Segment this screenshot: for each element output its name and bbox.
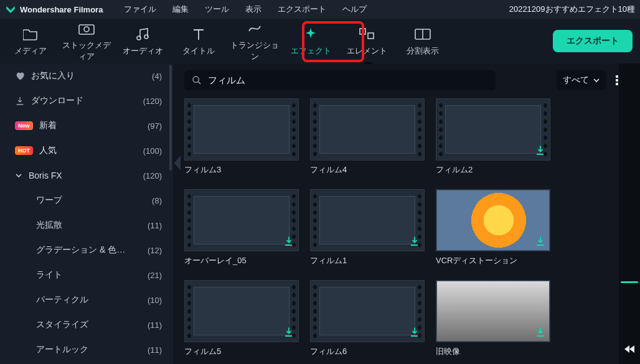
split-icon <box>395 26 451 43</box>
sidebar-collapse-handle[interactable] <box>174 156 181 170</box>
export-button[interactable]: エクスポート <box>553 30 633 52</box>
effect-card[interactable]: フィルム5 <box>184 280 299 360</box>
menu-help[interactable]: ヘルプ <box>342 4 367 15</box>
sidebar: お気に入り (4) ダウンロード (120) New新着 (97) HOT人気 … <box>0 63 173 364</box>
app-name: Wondershare Filmora <box>20 5 103 14</box>
filter-dropdown[interactable]: すべて <box>557 70 606 90</box>
effect-caption: フィルム6 <box>310 346 425 357</box>
effect-caption: フィルム3 <box>184 164 299 175</box>
tab-audio[interactable]: オーディオ <box>115 26 171 57</box>
sidebar-subitem[interactable]: グラデーション & 色合...(12) <box>0 238 173 263</box>
svg-rect-4 <box>360 29 365 34</box>
download-icon[interactable] <box>535 236 546 247</box>
download-icon[interactable] <box>283 236 294 247</box>
project-title: 20221209おすすめエフェクト10種 <box>509 4 635 15</box>
content-panel: すべて フィルム3フィルム4フィルム2オーバーレイ_05フィルム1VCRディスト… <box>173 63 640 364</box>
effect-thumbnail[interactable] <box>184 98 299 161</box>
svg-point-8 <box>193 77 199 82</box>
sidebar-item-borisfx[interactable]: Boris FX (120) <box>0 163 173 188</box>
effect-card[interactable]: フィルム6 <box>310 280 425 360</box>
effect-thumbnail[interactable] <box>184 280 299 342</box>
menu-export[interactable]: エクスポート <box>278 4 326 15</box>
effect-caption: フィルム4 <box>310 164 425 175</box>
sidebar-subitem[interactable]: アートルック(11) <box>0 337 173 362</box>
download-icon[interactable] <box>409 327 420 338</box>
menu-file[interactable]: ファイル <box>124 4 156 15</box>
effect-card[interactable]: フィルム1 <box>310 189 425 269</box>
effect-card[interactable]: フィルム2 <box>436 98 550 178</box>
accent-indicator <box>621 281 638 283</box>
effect-card[interactable]: 旧映像 <box>436 280 550 360</box>
menu-edit[interactable]: 編集 <box>172 4 189 15</box>
scrollbar[interactable] <box>169 65 172 170</box>
svg-line-9 <box>198 82 200 84</box>
download-icon[interactable] <box>535 145 546 156</box>
download-icon[interactable] <box>535 327 546 338</box>
svg-rect-5 <box>368 33 374 39</box>
menubar: ファイル 編集 ツール 表示 エクスポート ヘルプ <box>124 4 367 15</box>
music-icon <box>115 26 171 43</box>
sidebar-item-new[interactable]: New新着 (97) <box>0 113 173 138</box>
effect-caption: フィルム2 <box>436 164 550 175</box>
sidebar-subitem[interactable]: ライト(21) <box>0 263 173 287</box>
effect-thumbnail[interactable] <box>310 189 425 251</box>
sparkle-icon <box>283 26 339 43</box>
content-toolbar: すべて <box>184 70 629 91</box>
effect-thumbnail[interactable] <box>436 189 550 251</box>
download-icon[interactable] <box>283 327 294 338</box>
effect-thumbnail[interactable] <box>310 98 425 161</box>
title-icon <box>171 26 227 43</box>
svg-rect-16 <box>616 83 618 85</box>
tab-media[interactable]: メディア <box>2 26 59 57</box>
chevron-down-icon <box>593 77 600 84</box>
tab-effect[interactable]: エフェクト <box>283 26 339 57</box>
heart-icon <box>15 71 25 81</box>
svg-rect-13 <box>616 79 618 82</box>
effect-card[interactable]: オーバーレイ_05 <box>184 189 299 269</box>
sidebar-subitem[interactable]: スタイライズ(11) <box>0 312 173 337</box>
search-icon <box>192 75 202 85</box>
new-badge: New <box>15 121 33 130</box>
tab-transition[interactable]: トランジション <box>227 20 283 62</box>
effect-caption: 旧映像 <box>436 346 550 357</box>
effect-thumbnail[interactable] <box>184 189 299 251</box>
sidebar-item-download[interactable]: ダウンロード (120) <box>0 88 173 113</box>
titlebar: Wondershare Filmora ファイル 編集 ツール 表示 エクスポー… <box>0 0 640 19</box>
main-tab-row: メディア ストックメディア オーディオ タイトル トランジション エフェクト エ… <box>0 19 640 63</box>
sidebar-subitem[interactable]: パーティクル(10) <box>0 287 173 312</box>
sidebar-subitem[interactable]: 光拡散(11) <box>0 213 173 238</box>
effect-caption: オーバーレイ_05 <box>184 255 299 266</box>
search-field[interactable] <box>184 70 496 90</box>
chevron-down-icon <box>15 172 22 179</box>
svg-point-1 <box>84 27 89 32</box>
effect-caption: フィルム1 <box>310 255 425 266</box>
download-icon[interactable] <box>409 236 420 247</box>
effect-caption: VCRディストーション <box>436 255 550 266</box>
app-logo <box>5 4 16 15</box>
sidebar-subitem[interactable]: ワープ(8) <box>0 188 173 213</box>
tab-element[interactable]: エレメント <box>339 26 395 57</box>
hot-badge: HOT <box>15 146 33 155</box>
camera-icon <box>59 20 115 37</box>
effect-thumbnail[interactable] <box>310 280 425 342</box>
sidebar-item-favorites[interactable]: お気に入り (4) <box>0 63 173 88</box>
effect-card[interactable]: フィルム3 <box>184 98 299 178</box>
menu-view[interactable]: 表示 <box>245 4 261 15</box>
download-icon <box>15 96 25 106</box>
tab-split[interactable]: 分割表示 <box>395 26 451 57</box>
menu-tool[interactable]: ツール <box>205 4 229 15</box>
effect-card[interactable]: フィルム4 <box>310 98 425 178</box>
effect-thumbnail[interactable] <box>436 280 550 342</box>
skip-back-icon[interactable] <box>623 344 636 354</box>
tab-stock[interactable]: ストックメディア <box>59 20 115 62</box>
folder-icon <box>2 26 59 43</box>
element-icon <box>339 26 395 43</box>
transition-icon <box>227 20 283 37</box>
effect-caption: フィルム5 <box>184 346 299 357</box>
sidebar-item-hot[interactable]: HOT人気 (100) <box>0 138 173 163</box>
tab-title[interactable]: タイトル <box>171 26 227 57</box>
effect-card[interactable]: VCRディストーション <box>436 189 550 269</box>
right-strip <box>619 63 640 364</box>
effect-thumbnail[interactable] <box>436 98 550 161</box>
search-input[interactable] <box>208 75 488 86</box>
